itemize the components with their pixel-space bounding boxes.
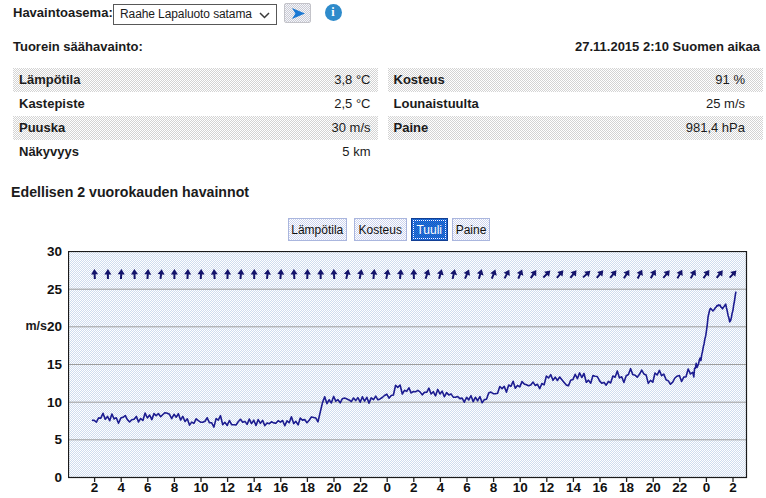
svg-text:0: 0 — [703, 480, 711, 495]
svg-text:8: 8 — [171, 480, 179, 495]
svg-text:4: 4 — [117, 480, 125, 495]
svg-text:12: 12 — [220, 480, 235, 495]
svg-text:16: 16 — [592, 480, 608, 495]
svg-text:22: 22 — [353, 480, 368, 495]
svg-text:10: 10 — [193, 480, 208, 495]
svg-text:12: 12 — [539, 480, 554, 495]
svg-text:14: 14 — [566, 480, 582, 495]
svg-text:2: 2 — [410, 480, 418, 495]
svg-text:2: 2 — [729, 480, 737, 495]
svg-text:16: 16 — [273, 480, 289, 495]
svg-text:20: 20 — [326, 480, 341, 495]
svg-text:22: 22 — [672, 480, 687, 495]
svg-text:6: 6 — [144, 480, 152, 495]
svg-text:18: 18 — [300, 480, 316, 495]
svg-text:8: 8 — [490, 480, 498, 495]
svg-text:0: 0 — [383, 480, 391, 495]
svg-text:18: 18 — [619, 480, 635, 495]
svg-text:2: 2 — [91, 480, 99, 495]
svg-text:14: 14 — [247, 480, 263, 495]
svg-text:4: 4 — [437, 480, 445, 495]
svg-text:10: 10 — [513, 480, 528, 495]
svg-text:20: 20 — [646, 480, 661, 495]
svg-text:6: 6 — [463, 480, 471, 495]
